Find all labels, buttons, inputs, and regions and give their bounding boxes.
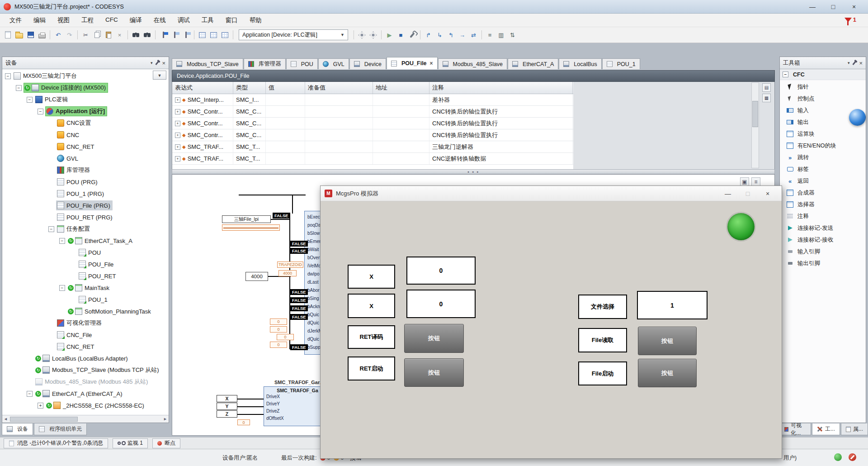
editor-tab[interactable]: POU ×	[286, 58, 318, 69]
sim-button-file-start[interactable]: 按钮	[638, 359, 697, 387]
window-close-button[interactable]: ×	[844, 0, 864, 13]
toolbox-item[interactable]: 选择器	[780, 199, 866, 210]
sim-button-ret-decode[interactable]: 按钮	[404, 324, 464, 353]
expand-toggle-icon[interactable]: −	[16, 85, 22, 91]
scrollbar-thumb[interactable]	[752, 101, 758, 127]
tree-item[interactable]: ↻ CNC	[2, 129, 169, 141]
tree-horizontal-scrollbar[interactable]: ◄ ►	[2, 415, 169, 423]
tree-item[interactable]: ↻ POU_1	[2, 294, 169, 305]
search-replace-icon[interactable]	[142, 30, 152, 40]
expand-row-icon[interactable]: +	[175, 156, 180, 162]
tree-item[interactable]: ↻ SoftMotion_PlanningTask	[2, 305, 169, 317]
expand-row-icon[interactable]: +	[175, 133, 180, 138]
redo-icon[interactable]: ↷	[64, 30, 75, 40]
simulator-titlebar[interactable]: M McgsPro 模拟器 — □ ×	[321, 186, 782, 201]
watch-table-row[interactable]: + ◆ SMC_Contr... SMC_C... CNC转换后的轴位置执行	[172, 118, 573, 129]
menu-item[interactable]: CFC	[99, 14, 124, 27]
column-header-expression[interactable]: 表达式	[172, 82, 233, 94]
axis-input-box[interactable]: Z	[217, 410, 237, 418]
column-header-prepared[interactable]: 准备值	[305, 82, 373, 94]
tree-item[interactable]: ↻ CNC设置	[2, 117, 169, 129]
editor-tab[interactable]: 库管理器 ×	[244, 58, 286, 69]
pin-icon[interactable]	[156, 61, 159, 65]
tree-item[interactable]: − ↻ MX500三轴龙门平台	[2, 70, 169, 82]
tree-item[interactable]: ↻ CNC_RET	[2, 141, 169, 152]
reset-icon[interactable]: ⇄	[468, 30, 479, 40]
expand-toggle-icon[interactable]: −	[48, 226, 54, 232]
watch-tab[interactable]: 监视 1	[113, 438, 148, 448]
tree-item[interactable]: ↻ POU (PRG)	[2, 176, 169, 188]
expand-row-icon[interactable]: +	[175, 144, 180, 150]
scroll-left-icon[interactable]: ◄	[4, 417, 8, 421]
copy-icon[interactable]	[92, 30, 102, 40]
expand-toggle-icon[interactable]: −	[59, 238, 65, 244]
delete-icon[interactable]: ×	[114, 30, 125, 40]
panel-tab-toolbox[interactable]: 工...	[812, 423, 840, 435]
tree-item[interactable]: ↻ Modbus_TCP_Slave (Modbus TCP 从站)	[2, 364, 169, 376]
messages-tab[interactable]: 消息 -总计0个错误,0个警告,0条消息	[4, 438, 108, 448]
step-out-icon[interactable]: ↰	[446, 30, 456, 40]
menu-item[interactable]: 调试	[172, 14, 196, 27]
undo-icon[interactable]: ↶	[53, 30, 63, 40]
editor-tab[interactable]: POU_1 ×	[602, 58, 640, 69]
toolbox-section-cfc[interactable]: − CFC	[780, 69, 866, 80]
value-cell[interactable]	[266, 106, 305, 117]
tree-item[interactable]: ↻ Modbus_485_Slave (Modbus 485 从站)	[2, 376, 169, 388]
menu-item[interactable]: 视图	[52, 14, 75, 27]
monitor-view-icon[interactable]: ▥	[496, 30, 506, 40]
paste-icon[interactable]	[103, 30, 113, 40]
watch-table-row[interactable]: + ◆ SMC_Contr... SMC_C... CNC转换后的轴位置执行	[172, 106, 573, 118]
expand-toggle-icon[interactable]: −	[59, 285, 65, 291]
input-assist-icon[interactable]	[220, 30, 230, 40]
editor-tab[interactable]: Device ×	[349, 58, 386, 69]
stop-icon[interactable]: ■	[396, 30, 406, 40]
chevron-down-icon[interactable]: ▾	[151, 61, 153, 65]
column-header-address[interactable]: 地址	[373, 82, 429, 94]
value-cell[interactable]	[266, 118, 305, 129]
watch-table-row[interactable]: + ◆ SMC_Interp... SMC_I... 差补器	[172, 94, 573, 106]
prepared-value-cell[interactable]	[305, 118, 373, 129]
panel-tab-properties[interactable]: 属...	[841, 423, 868, 435]
tree-item[interactable]: ↻ POU	[2, 247, 169, 258]
menu-item[interactable]: 文件	[4, 14, 28, 27]
menu-item[interactable]: 工程	[75, 14, 99, 27]
simulator-minimize-button[interactable]: —	[718, 188, 738, 200]
editor-tab[interactable]: POU_File ×	[387, 57, 438, 69]
documentation-view-icon[interactable]: ▦	[762, 94, 771, 102]
tree-item[interactable]: ↻ GVL	[2, 152, 169, 164]
window-maximize-button[interactable]: □	[823, 0, 844, 13]
project-selector-dropdown[interactable]: ▼	[153, 71, 166, 80]
tree-item[interactable]: ↻ CNC_File	[2, 329, 169, 341]
bookmark-prev-icon[interactable]	[170, 30, 180, 40]
prepared-value-cell[interactable]	[305, 129, 373, 141]
expand-toggle-icon[interactable]: −	[5, 73, 11, 79]
list-view-icon[interactable]: ≡	[485, 30, 495, 40]
menu-item[interactable]: 在线	[148, 14, 172, 27]
menu-item[interactable]: 窗口	[220, 14, 244, 27]
value-cell[interactable]	[266, 141, 305, 152]
rebuild-icon[interactable]	[368, 30, 378, 40]
watch-table-row[interactable]: + ◆ SMC_Contr... SMC_C... CNC转换后的轴位置执行	[172, 129, 573, 141]
editor-splitter[interactable]: ● ● ●	[172, 169, 775, 174]
toolbox-item[interactable]: 指针	[780, 81, 866, 93]
toolbox-item[interactable]: 标签	[780, 163, 866, 175]
view-options-icon[interactable]: ≡	[751, 177, 760, 186]
sim-button-ret-start[interactable]: 按钮	[404, 358, 464, 387]
prepared-value-cell[interactable]	[305, 153, 373, 164]
tree-item[interactable]: − ↻ EtherCAT_Task_A	[2, 235, 169, 247]
menu-item[interactable]: 工具	[196, 14, 220, 27]
table-vertical-scrollbar[interactable]	[751, 82, 759, 168]
toolbox-item[interactable]: 有EN/ENO的块	[780, 140, 866, 152]
watch-table-row[interactable]: + ◆ SMC_TRAF... SMC_T... 三轴龙门逆解器	[172, 141, 573, 153]
tools-icon[interactable]	[407, 30, 417, 40]
panel-tab-pou[interactable]: 程序组织单元	[34, 423, 87, 435]
tree-item[interactable]: ↻ 库管理器	[2, 164, 169, 176]
panel-tab-devices[interactable]: 设备	[2, 423, 33, 435]
simulator-maximize-button[interactable]: □	[738, 188, 758, 200]
maximize-view-icon[interactable]: ▣	[740, 177, 749, 186]
toolbox-item[interactable]: 输入引脚	[780, 246, 866, 257]
tree-item[interactable]: ↻ POU_File	[2, 258, 169, 270]
menu-item[interactable]: 编辑	[28, 14, 52, 27]
tree-item[interactable]: ↻ POU_File (PRG)	[2, 200, 169, 211]
breakpoints-tab[interactable]: 断点	[152, 438, 180, 448]
